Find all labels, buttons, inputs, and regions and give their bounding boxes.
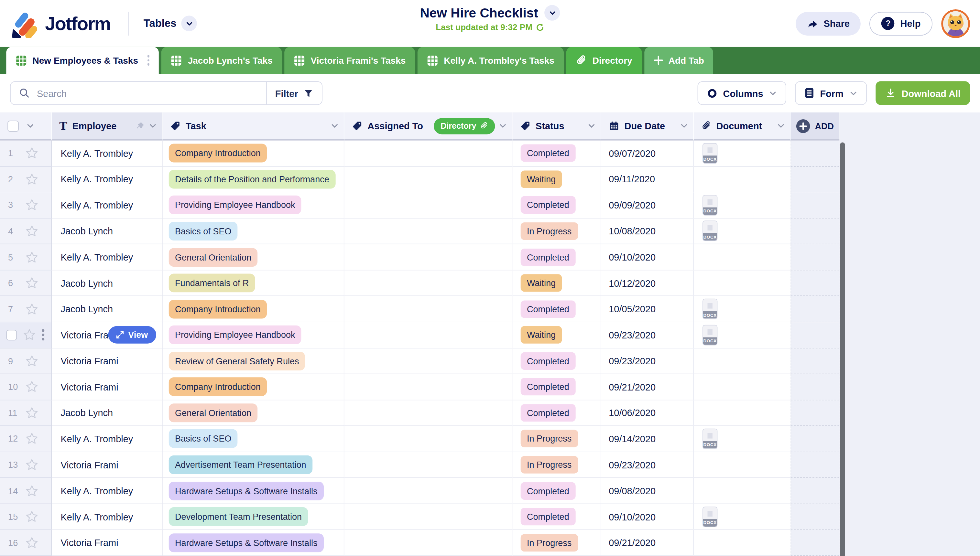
row-select-cell[interactable]: 13 <box>0 452 52 478</box>
due-date-cell[interactable]: 09/21/2020 <box>601 530 694 556</box>
task-cell[interactable]: Hardware Setups & Software Installs <box>162 530 344 556</box>
add-column-cell[interactable] <box>790 504 839 530</box>
column-header-assigned-to[interactable]: Assigned To Directory <box>345 113 513 141</box>
status-badge[interactable]: In Progress <box>521 534 578 551</box>
task-badge[interactable]: Company Introduction <box>169 378 267 396</box>
row-select-cell[interactable] <box>0 322 52 348</box>
column-header-due-date[interactable]: Due Date <box>601 113 694 141</box>
add-column-cell[interactable] <box>790 322 839 348</box>
task-cell[interactable]: Providing Employee Handbook <box>162 192 344 218</box>
task-cell[interactable]: Advertisement Team Presentation <box>162 452 344 478</box>
status-cell[interactable]: In Progress <box>513 426 601 452</box>
task-badge[interactable]: Company Introduction <box>169 300 267 318</box>
title-chevron[interactable] <box>544 5 560 20</box>
document-cell[interactable] <box>694 166 791 192</box>
status-cell[interactable]: Waiting <box>513 322 601 348</box>
task-cell[interactable]: Basics of SEO <box>162 426 344 452</box>
employee-cell[interactable]: Jacob Lynch <box>52 296 162 322</box>
task-cell[interactable]: General Orientation <box>162 244 344 270</box>
status-cell[interactable]: Completed <box>513 374 601 400</box>
task-badge[interactable]: General Orientation <box>169 403 258 422</box>
pin-icon[interactable] <box>135 121 145 131</box>
task-badge[interactable]: Hardware Setups & Software Installs <box>169 533 324 552</box>
row-kebab-icon[interactable] <box>42 330 44 340</box>
row-select-cell[interactable]: 12 <box>0 426 52 452</box>
star-icon[interactable] <box>26 147 38 160</box>
star-icon[interactable] <box>26 199 38 212</box>
docx-file-icon[interactable]: DOCX <box>703 506 718 527</box>
assigned-to-cell[interactable] <box>345 400 513 426</box>
document-cell[interactable] <box>694 374 791 400</box>
search-input[interactable] <box>36 87 267 99</box>
task-cell[interactable]: Company Introduction <box>162 296 344 322</box>
add-column-cell[interactable] <box>790 400 839 426</box>
task-cell[interactable]: Providing Employee Handbook <box>162 322 344 348</box>
tab-menu-kebab-icon[interactable] <box>147 55 150 66</box>
employee-cell[interactable]: Victoria Frami <box>52 530 162 556</box>
assigned-to-cell[interactable] <box>345 478 513 504</box>
due-date-cell[interactable]: 10/12/2020 <box>601 270 694 296</box>
row-select-cell[interactable]: 14 <box>0 478 52 504</box>
row-select-cell[interactable]: 1 <box>0 141 52 166</box>
star-icon[interactable] <box>23 329 36 341</box>
docx-file-icon[interactable]: DOCX <box>703 428 718 449</box>
add-column-cell[interactable] <box>790 141 839 166</box>
document-cell[interactable]: DOCX <box>694 426 791 452</box>
docx-file-icon[interactable]: DOCX <box>703 299 718 319</box>
status-cell[interactable]: In Progress <box>513 530 601 556</box>
document-cell[interactable]: DOCX <box>694 296 791 322</box>
add-column-cell[interactable] <box>790 166 839 192</box>
status-cell[interactable]: Completed <box>513 400 601 426</box>
row-select-cell[interactable]: 2 <box>0 166 52 192</box>
tab-jacob-lynch-s-taks[interactable]: Jacob Lynch's Taks <box>161 47 282 74</box>
add-column-cell[interactable] <box>790 426 839 452</box>
due-date-cell[interactable]: 09/09/2020 <box>601 192 694 218</box>
status-cell[interactable]: Completed <box>513 348 601 374</box>
view-row-button[interactable]: View <box>108 326 156 344</box>
document-cell[interactable] <box>694 400 791 426</box>
due-date-cell[interactable]: 09/23/2020 <box>601 348 694 374</box>
status-badge[interactable]: Completed <box>521 482 575 499</box>
star-icon[interactable] <box>26 536 38 549</box>
status-cell[interactable]: Completed <box>513 478 601 504</box>
document-cell[interactable] <box>694 452 791 478</box>
star-icon[interactable] <box>26 380 38 393</box>
status-badge[interactable]: Completed <box>521 378 575 396</box>
chevron-down-icon[interactable] <box>680 122 688 130</box>
task-badge[interactable]: General Orientation <box>169 247 258 267</box>
star-icon[interactable] <box>26 355 38 367</box>
employee-cell[interactable]: Kelly A. Trombley <box>52 166 162 192</box>
status-cell[interactable]: In Progress <box>513 452 601 478</box>
task-badge[interactable]: Providing Employee Handbook <box>169 325 301 344</box>
row-select-cell[interactable]: 5 <box>0 244 52 270</box>
row-select-cell[interactable]: 11 <box>0 400 52 426</box>
task-badge[interactable]: Hardware Setups & Software Installs <box>169 481 324 500</box>
assigned-to-cell[interactable] <box>345 426 513 452</box>
assigned-to-cell[interactable] <box>345 192 513 218</box>
employee-cell[interactable]: Jacob Lynch <box>52 218 162 244</box>
chevron-down-icon[interactable] <box>587 122 595 130</box>
star-icon[interactable] <box>26 225 38 238</box>
task-cell[interactable]: Company Introduction <box>162 374 344 400</box>
docx-file-icon[interactable]: DOCX <box>703 195 718 216</box>
download-all-button[interactable]: Download All <box>875 81 970 105</box>
status-badge[interactable]: Completed <box>521 508 575 525</box>
employee-cell[interactable]: Victoria Frami <box>52 452 162 478</box>
add-column-cell[interactable] <box>790 452 839 478</box>
tab-victoria-frami-s-tasks[interactable]: Victoria Frami's Tasks <box>284 47 415 74</box>
star-icon[interactable] <box>26 511 38 523</box>
due-date-cell[interactable]: 09/10/2020 <box>601 504 694 530</box>
column-header-document[interactable]: Document <box>694 113 791 141</box>
help-button[interactable]: ? Help <box>870 11 933 35</box>
document-cell[interactable]: DOCX <box>694 322 791 348</box>
status-badge[interactable]: Completed <box>521 352 575 370</box>
employee-cell[interactable]: Victoria Frami <box>52 348 162 374</box>
status-cell[interactable]: Completed <box>513 141 601 166</box>
column-header-employee[interactable]: T Employee <box>52 113 162 141</box>
add-column-cell[interactable] <box>790 218 839 244</box>
column-header-task[interactable]: Task <box>162 113 344 141</box>
tab-kelly-a-trombley-s-tasks[interactable]: Kelly A. Trombley's Tasks <box>418 47 564 74</box>
due-date-cell[interactable]: 09/23/2020 <box>601 322 694 348</box>
tab-add-tab[interactable]: Add Tab <box>644 47 713 74</box>
status-badge[interactable]: Completed <box>521 404 575 422</box>
